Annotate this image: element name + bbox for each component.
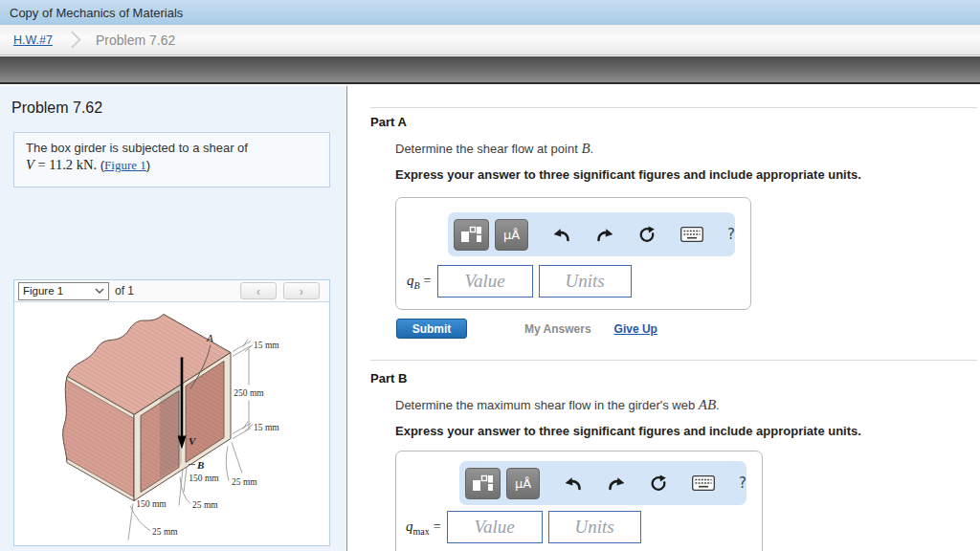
dim-row2-right-label: 25 mm — [192, 500, 218, 510]
dim-bottom-flange-label: 15 mm — [254, 423, 279, 432]
divider — [370, 107, 977, 109]
undo-icon[interactable] — [564, 474, 583, 492]
app-header: Copy of Mechanics of Materials — [0, 0, 980, 25]
part-b-units-input[interactable] — [548, 511, 641, 543]
part-a-prompt: Determine the shear flow at point B. — [395, 141, 593, 157]
redo-icon[interactable] — [607, 474, 626, 492]
toolbar-spacer-bar — [0, 56, 980, 84]
part-b-answer-row: qmax = — [406, 511, 641, 543]
figure-count-label: of 1 — [115, 284, 134, 298]
figure-prev-button[interactable]: ‹ — [240, 282, 277, 299]
dim-row2-left-label: 150 mm — [136, 499, 167, 509]
help-icon[interactable]: ? — [727, 226, 735, 243]
part-a-answer-symbol: qB — [407, 273, 420, 291]
chevron-left-icon: ‹ — [256, 284, 260, 298]
problem-panel: Problem 7.62 The box girder is subjected… — [0, 86, 347, 551]
equation-templates-icon — [471, 474, 494, 493]
breadcrumb-assignment-link[interactable]: H.W.#7 — [13, 33, 53, 47]
chevron-right-icon — [63, 31, 80, 48]
figure-dropdown[interactable]: Figure 1 — [18, 282, 109, 300]
keyboard-icon[interactable] — [692, 475, 715, 491]
part-b-answer-symbol: qmax — [406, 518, 430, 537]
part-a-answer-row: qB = — [407, 265, 632, 298]
equation-templates-icon — [459, 225, 482, 244]
part-b-instruction: Express your answer to three significant… — [395, 424, 861, 438]
part-a-answer-box: μÅ ? qB = — [395, 197, 751, 310]
box-girder-figure: A B V 15 mm 250 mm 15 mm 150 mm 25 mm 15… — [14, 302, 329, 541]
dim-web-height-label: 250 mm — [234, 388, 264, 398]
equation-templates-button[interactable] — [465, 468, 501, 499]
part-b-heading: Part B — [370, 371, 407, 386]
help-icon[interactable]: ? — [739, 474, 746, 492]
my-answers-button[interactable]: My Answers — [524, 322, 591, 336]
breadcrumb: H.W.#7 Problem 7.62 — [0, 25, 980, 55]
figure-widget: Figure 1 of 1 ‹ › — [13, 279, 330, 546]
problem-title: Problem 7.62 — [11, 99, 102, 117]
part-b-value-input[interactable] — [447, 511, 543, 543]
chevron-right-icon: › — [300, 284, 303, 298]
part-b-prompt: Determine the maximum shear flow in the … — [395, 397, 720, 413]
reset-icon[interactable] — [638, 226, 657, 244]
chevron-down-icon — [95, 288, 104, 294]
point-a-label: A — [206, 332, 213, 343]
redo-icon[interactable] — [595, 226, 614, 243]
equation-toolbar: μÅ ? — [459, 461, 746, 505]
dim-row1-left-label: 150 mm — [189, 474, 219, 483]
shear-value: = 11.2 kN. — [34, 157, 97, 172]
figure-dropdown-value: Figure 1 — [23, 285, 63, 297]
units-button[interactable]: μÅ — [495, 219, 528, 251]
divider — [370, 360, 977, 362]
submit-button[interactable]: Submit — [396, 319, 467, 339]
figure-next-button[interactable]: › — [283, 282, 320, 299]
equation-toolbar: μÅ ? — [448, 212, 735, 256]
units-button-label: μÅ — [503, 228, 520, 242]
figure-link[interactable]: Figure 1 — [104, 158, 146, 172]
part-b-answer-box: μÅ ? qmax = — [395, 451, 763, 551]
part-a-submit-row: Submit My Answers Give Up — [396, 319, 657, 339]
undo-icon[interactable] — [552, 226, 571, 243]
give-up-link[interactable]: Give Up — [614, 322, 657, 336]
part-a-units-input[interactable] — [539, 265, 632, 298]
units-button[interactable]: μÅ — [506, 468, 540, 499]
dim-row3-label: 25 mm — [152, 527, 178, 537]
part-a-value-input[interactable] — [437, 265, 533, 298]
part-a-instruction: Express your answer to three significant… — [395, 167, 861, 182]
keyboard-icon[interactable] — [680, 227, 703, 242]
dim-top-flange-label: 15 mm — [254, 341, 279, 350]
equation-templates-button[interactable] — [454, 219, 489, 251]
statement-line1: The box girder is subjected to a shear o… — [26, 141, 318, 155]
statement-line2: V = 11.2 kN. (Figure 1) — [26, 157, 318, 173]
units-button-label: μÅ — [515, 476, 531, 491]
problem-statement: The box girder is subjected to a shear o… — [13, 132, 330, 187]
breadcrumb-current: Problem 7.62 — [96, 33, 175, 48]
app-title: Copy of Mechanics of Materials — [0, 6, 183, 20]
dim-row1-right-label: 25 mm — [232, 477, 257, 487]
part-a-heading: Part A — [370, 115, 407, 129]
point-b-label: B — [196, 459, 204, 471]
answer-panel: Part A Determine the shear flow at point… — [348, 86, 980, 551]
figure-selector-bar: Figure 1 of 1 ‹ › — [14, 280, 329, 302]
shear-variable: V — [26, 157, 34, 172]
reset-icon[interactable] — [650, 474, 668, 493]
